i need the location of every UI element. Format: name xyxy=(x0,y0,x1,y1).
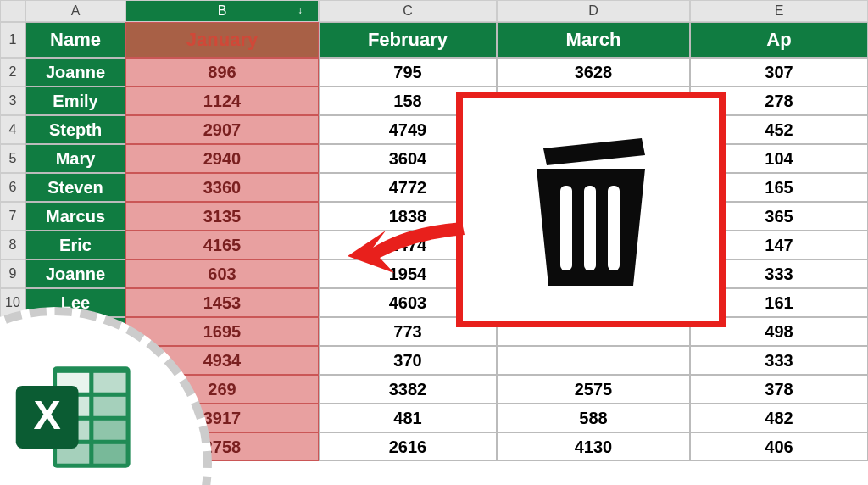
svg-rect-5 xyxy=(93,373,125,393)
select-all-corner[interactable] xyxy=(0,0,25,22)
cell-D14[interactable]: 588 xyxy=(497,404,690,432)
cell-E12[interactable]: 333 xyxy=(690,346,868,375)
cell-B8[interactable]: 4165 xyxy=(125,231,319,259)
row-header-2[interactable]: 2 xyxy=(0,58,25,86)
cell-C12[interactable]: 370 xyxy=(319,346,497,375)
excel-logo-icon: X xyxy=(8,358,144,477)
left-arrow-icon xyxy=(339,205,466,282)
cell-A8[interactable]: Eric xyxy=(25,231,125,259)
header-cell-C[interactable]: February xyxy=(319,22,497,58)
cell-E15[interactable]: 406 xyxy=(690,432,868,461)
svg-rect-11 xyxy=(93,444,125,464)
svg-rect-7 xyxy=(93,397,125,416)
cell-B3[interactable]: 1124 xyxy=(125,86,319,115)
header-cell-B[interactable]: January xyxy=(125,22,319,58)
cell-A2[interactable]: Joanne xyxy=(25,58,125,86)
svg-rect-0 xyxy=(560,186,572,270)
col-header-C[interactable]: C xyxy=(319,0,497,22)
cell-E13[interactable]: 378 xyxy=(690,375,868,404)
col-header-B[interactable]: B↓ xyxy=(125,0,319,22)
col-header-A[interactable]: A xyxy=(25,0,125,22)
cell-E14[interactable]: 482 xyxy=(690,404,868,432)
cell-D12[interactable] xyxy=(497,346,690,375)
cell-C14[interactable]: 481 xyxy=(319,404,497,432)
cell-D13[interactable]: 2575 xyxy=(497,375,690,404)
row-header-7[interactable]: 7 xyxy=(0,202,25,231)
cell-A6[interactable]: Steven xyxy=(25,173,125,202)
cell-C15[interactable]: 2616 xyxy=(319,432,497,461)
cell-C2[interactable]: 795 xyxy=(319,58,497,86)
cell-B10[interactable]: 1453 xyxy=(125,288,319,317)
cell-B2[interactable]: 896 xyxy=(125,58,319,86)
cell-B5[interactable]: 2940 xyxy=(125,144,319,173)
row-header-1[interactable]: 1 xyxy=(0,22,25,58)
cell-A9[interactable]: Joanne xyxy=(25,259,125,288)
row-header-4[interactable]: 4 xyxy=(0,115,25,144)
cell-B9[interactable]: 603 xyxy=(125,259,319,288)
header-cell-A[interactable]: Name xyxy=(25,22,125,58)
svg-rect-1 xyxy=(584,186,596,270)
row-header-6[interactable]: 6 xyxy=(0,173,25,202)
cell-A5[interactable]: Mary xyxy=(25,144,125,173)
svg-rect-2 xyxy=(608,186,620,270)
svg-text:X: X xyxy=(34,392,61,438)
cell-A4[interactable]: Stepth xyxy=(25,115,125,144)
cell-A7[interactable]: Marcus xyxy=(25,202,125,231)
cell-D2[interactable]: 3628 xyxy=(497,58,690,86)
sort-indicator-icon: ↓ xyxy=(298,4,303,16)
trash-icon xyxy=(506,112,676,307)
trash-callout xyxy=(456,92,726,327)
cell-C13[interactable]: 3382 xyxy=(319,375,497,404)
row-header-8[interactable]: 8 xyxy=(0,231,25,259)
row-header-5[interactable]: 5 xyxy=(0,144,25,173)
cell-A3[interactable]: Emily xyxy=(25,86,125,115)
col-header-D[interactable]: D xyxy=(497,0,690,22)
cell-D15[interactable]: 4130 xyxy=(497,432,690,461)
svg-rect-9 xyxy=(93,421,125,440)
cell-E2[interactable]: 307 xyxy=(690,58,868,86)
cell-B6[interactable]: 3360 xyxy=(125,173,319,202)
cell-B4[interactable]: 2907 xyxy=(125,115,319,144)
cell-B7[interactable]: 3135 xyxy=(125,202,319,231)
col-header-E[interactable]: E xyxy=(690,0,868,22)
header-cell-E[interactable]: Ap xyxy=(690,22,868,58)
header-cell-D[interactable]: March xyxy=(497,22,690,58)
row-header-9[interactable]: 9 xyxy=(0,259,25,288)
row-header-3[interactable]: 3 xyxy=(0,86,25,115)
